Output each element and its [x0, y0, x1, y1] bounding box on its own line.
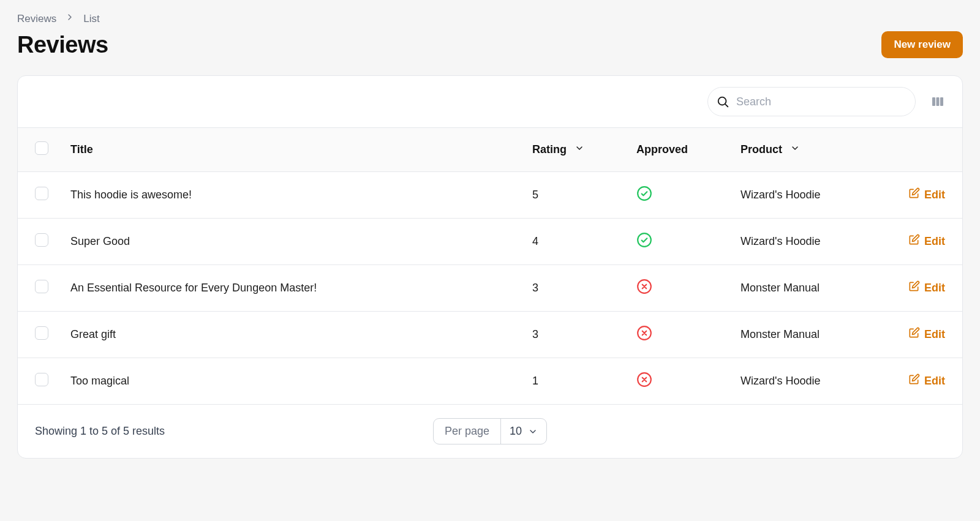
table-row: Super Good4Wizard's HoodieEdit	[18, 219, 962, 265]
edit-icon	[908, 234, 920, 249]
row-product: Monster Manual	[729, 312, 889, 358]
per-page-select[interactable]: 10	[501, 419, 546, 444]
chevron-right-icon	[65, 12, 75, 25]
row-rating: 3	[521, 265, 625, 312]
edit-label: Edit	[924, 375, 945, 388]
reviews-table: Title Rating Approved Product This hoodi…	[18, 127, 962, 404]
reviews-card: Title Rating Approved Product This hoodi…	[17, 75, 963, 459]
column-header-rating[interactable]: Rating	[521, 128, 625, 172]
page-header: Reviews New review	[17, 31, 963, 58]
row-checkbox[interactable]	[35, 326, 48, 340]
edit-icon	[908, 327, 920, 342]
breadcrumb-root[interactable]: Reviews	[17, 13, 56, 25]
edit-button[interactable]: Edit	[908, 187, 945, 203]
column-header-label: Rating	[532, 143, 567, 156]
table-header-row: Title Rating Approved Product	[18, 128, 962, 172]
breadcrumb: Reviews List	[17, 12, 963, 25]
x-circle-icon	[636, 372, 652, 388]
svg-point-4	[638, 187, 651, 200]
page-title: Reviews	[17, 32, 108, 58]
check-circle-icon	[636, 186, 652, 201]
column-header-label: Approved	[636, 143, 688, 156]
edit-button[interactable]: Edit	[908, 327, 945, 342]
row-product: Wizard's Hoodie	[729, 358, 889, 405]
select-all-checkbox[interactable]	[35, 141, 48, 155]
svg-rect-3	[940, 97, 943, 106]
table-footer: Showing 1 to 5 of 5 results Per page 10	[18, 404, 962, 458]
row-product: Wizard's Hoodie	[729, 172, 889, 219]
edit-icon	[908, 373, 920, 389]
chevron-down-icon	[575, 143, 584, 156]
svg-rect-1	[932, 97, 935, 106]
search-wrap	[707, 87, 916, 116]
table-toolbar	[18, 76, 962, 127]
search-input[interactable]	[707, 87, 916, 116]
chevron-down-icon	[528, 427, 538, 437]
per-page-label: Per page	[434, 419, 501, 444]
column-header-label: Product	[741, 143, 782, 156]
edit-label: Edit	[924, 189, 945, 201]
svg-point-5	[638, 233, 651, 247]
chevron-down-icon	[790, 143, 800, 156]
table-row: Great gift3Monster ManualEdit	[18, 312, 962, 358]
row-rating: 3	[521, 312, 625, 358]
row-rating: 1	[521, 358, 625, 405]
svg-rect-2	[937, 97, 940, 106]
table-row: This hoodie is awesome!5Wizard's HoodieE…	[18, 172, 962, 219]
edit-button[interactable]: Edit	[908, 234, 945, 249]
row-checkbox[interactable]	[35, 187, 48, 200]
edit-button[interactable]: Edit	[908, 280, 945, 296]
search-icon	[716, 95, 729, 108]
new-review-button[interactable]: New review	[881, 31, 963, 58]
column-header-title[interactable]: Title	[59, 128, 521, 172]
edit-icon	[908, 187, 920, 203]
table-row: Too magical1Wizard's HoodieEdit	[18, 358, 962, 405]
row-title: Great gift	[59, 312, 521, 358]
column-header-actions	[889, 128, 962, 172]
pagination-summary: Showing 1 to 5 of 5 results	[35, 425, 338, 438]
column-header-product[interactable]: Product	[729, 128, 889, 172]
columns-icon	[930, 94, 945, 109]
row-checkbox[interactable]	[35, 280, 48, 293]
row-title: Super Good	[59, 219, 521, 265]
check-circle-icon	[636, 232, 652, 248]
x-circle-icon	[636, 279, 652, 294]
column-header-approved[interactable]: Approved	[625, 128, 729, 172]
per-page-control: Per page 10	[433, 418, 547, 444]
columns-toggle-button[interactable]	[927, 91, 949, 113]
edit-label: Edit	[924, 235, 945, 248]
breadcrumb-current: List	[83, 13, 99, 25]
row-checkbox[interactable]	[35, 233, 48, 247]
edit-icon	[908, 280, 920, 296]
row-product: Wizard's Hoodie	[729, 219, 889, 265]
edit-label: Edit	[924, 328, 945, 341]
row-title: Too magical	[59, 358, 521, 405]
row-rating: 5	[521, 172, 625, 219]
row-product: Monster Manual	[729, 265, 889, 312]
table-row: An Essential Resource for Every Dungeon …	[18, 265, 962, 312]
edit-label: Edit	[924, 282, 945, 294]
svg-point-0	[718, 97, 726, 105]
row-title: An Essential Resource for Every Dungeon …	[59, 265, 521, 312]
row-title: This hoodie is awesome!	[59, 172, 521, 219]
row-rating: 4	[521, 219, 625, 265]
column-header-label: Title	[70, 143, 93, 156]
edit-button[interactable]: Edit	[908, 373, 945, 389]
x-circle-icon	[636, 325, 652, 341]
per-page-value: 10	[510, 425, 522, 438]
row-checkbox[interactable]	[35, 373, 48, 386]
